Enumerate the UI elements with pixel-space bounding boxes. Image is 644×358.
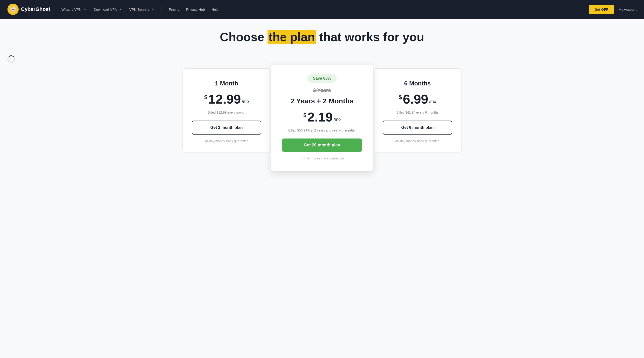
nav-help[interactable]: Help — [208, 0, 222, 18]
logo-icon: 👻 — [8, 4, 19, 15]
billed-1month: Billed $12.99 every month — [208, 110, 246, 115]
billed-2years: Billed $56.94 first 2 years and yearly t… — [288, 128, 356, 133]
chevron-down-icon — [152, 8, 154, 10]
my-account-link[interactable]: My Account — [618, 8, 636, 12]
plan-name-6months: 6 Months — [404, 80, 431, 87]
plan-duration-2years: 2 Years + 2 Months — [290, 97, 354, 105]
main-content: Choose the plan that works for you 1 Mon… — [0, 18, 644, 358]
price-mo-1month: /mo — [242, 99, 249, 104]
price-amount-6months: 6.99 — [403, 93, 428, 106]
price-dollar-1month: $ — [204, 94, 207, 100]
price-row-2years: $ 2.19 /mo — [303, 110, 341, 124]
nav-right: Get OFF My Account — [589, 5, 636, 14]
nav-divider — [162, 5, 162, 14]
nav-privacy-hub[interactable]: Privacy Hub — [183, 0, 208, 18]
get-1month-button[interactable]: Get 1 month plan — [192, 120, 261, 134]
hero-title: Choose the plan that works for you — [8, 30, 636, 44]
nav-vpn-servers[interactable]: VPN Servers — [126, 0, 158, 18]
pricing-cards: 1 Month $ 12.99 /mo Billed $12.99 every … — [159, 68, 485, 168]
price-dollar-6months: $ — [399, 94, 402, 100]
chevron-down-icon — [84, 8, 86, 10]
nav-pricing[interactable]: Pricing — [166, 0, 183, 18]
chevron-down-icon — [120, 8, 122, 10]
price-amount-1month: 12.99 — [208, 93, 241, 106]
price-mo-6months: /mo — [429, 99, 436, 104]
price-row-6months: $ 6.99 /mo — [399, 93, 436, 106]
plan-card-2years: Save 83% 2 Years 2 Years + 2 Months $ 2.… — [271, 65, 373, 172]
billed-6months: Billed $41.94 every 6 months — [396, 110, 439, 115]
get-6month-button[interactable]: Get 6 month plan — [383, 120, 452, 134]
price-mo-2years: /mo — [334, 117, 341, 122]
logo-text: CyberGhost — [21, 6, 50, 12]
price-amount-2years: 2.19 — [307, 110, 333, 124]
nav-links: What Is VPN Download VPN VPN Servers Pri… — [58, 0, 589, 18]
logo[interactable]: 👻 CyberGhost — [8, 4, 50, 15]
get-off-button[interactable]: Get OFF — [589, 5, 614, 14]
price-row-1month: $ 12.99 /mo — [204, 93, 249, 106]
guarantee-2years: 45-day money-back guarantee — [300, 156, 344, 160]
save-badge-2years: Save 83% — [307, 74, 337, 83]
nav-what-is-vpn[interactable]: What Is VPN — [58, 0, 90, 18]
plan-card-6months: 6 Months $ 6.99 /mo Billed $41.94 every … — [373, 68, 462, 152]
price-dollar-2years: $ — [303, 112, 306, 118]
plan-name-strikethrough-2years: 2 Years — [313, 87, 331, 93]
nav-download-vpn[interactable]: Download VPN — [90, 0, 126, 18]
plan-card-1month: 1 Month $ 12.99 /mo Billed $12.99 every … — [182, 68, 271, 152]
loading-spinner — [8, 56, 15, 63]
guarantee-1month: 14-day money-back guarantee — [204, 139, 249, 143]
guarantee-6months: 45-day money-back guarantee — [395, 139, 440, 143]
get-26month-button[interactable]: Get 26 month plan — [282, 138, 362, 152]
plan-name-1month: 1 Month — [215, 80, 238, 87]
navbar: 👻 CyberGhost What Is VPN Download VPN VP… — [0, 0, 644, 18]
